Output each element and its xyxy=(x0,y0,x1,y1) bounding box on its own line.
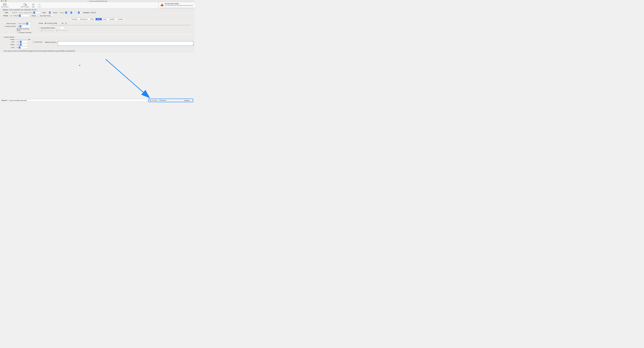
title-row: Title: 1 - 00:00:03 - bounce animation f… xyxy=(0,11,195,14)
quality-label: Quality: xyxy=(39,22,44,24)
film-icon xyxy=(88,0,89,2)
encoder-options-header: Encoder Options xyxy=(4,36,194,38)
duration-value: 00:00:03 xyxy=(90,12,96,13)
close-icon[interactable] xyxy=(1,0,2,2)
pause-button[interactable]: Pause xyxy=(38,3,41,7)
path-folder[interactable]: Movies xyxy=(160,100,166,101)
add-to-queue-button[interactable]: Add To Queue xyxy=(21,3,29,7)
duration-label: Duration: xyxy=(83,12,90,13)
folder-icon xyxy=(160,100,161,101)
svg-marker-10 xyxy=(33,4,34,5)
level-select[interactable]: 4.0 xyxy=(16,46,28,49)
tabs-panel: Summary Dimensions Filters Video Audio S… xyxy=(0,17,195,20)
encoder-options: Encoder Options Preset: fast Tune: none … xyxy=(0,35,195,49)
range-label: Range: xyxy=(53,12,58,13)
svg-point-11 xyxy=(38,3,40,6)
enc-preset-label: Preset: xyxy=(4,39,16,40)
minimize-icon[interactable] xyxy=(3,0,4,2)
range-to-select[interactable]: 1 xyxy=(76,11,81,14)
tab-audio[interactable]: Audio xyxy=(102,18,108,20)
encoder-select[interactable]: H.264 (x264) xyxy=(17,22,31,25)
destination-box: To: Cam Movies Browse… xyxy=(148,99,193,102)
bottom-bar: Save As: To: Cam Movies Browse… xyxy=(2,99,193,102)
cursor-icon: ➤ xyxy=(79,64,80,66)
rf-value: 22 xyxy=(65,22,67,24)
user-icon xyxy=(152,100,154,101)
notification-message: Your encode bounce animation final.mp4 i… xyxy=(165,5,193,6)
add-to-queue-label: Add To Queue xyxy=(21,6,29,7)
title-select[interactable]: 1 - 00:00:03 - bounce animation final xyxy=(9,11,40,14)
notification[interactable]: Put down that cocktail… Your encode boun… xyxy=(159,2,195,8)
notification-body: Put down that cocktail… Your encode boun… xyxy=(165,3,193,7)
preset-label: Preset: xyxy=(1,15,8,16)
fast-decode-checkbox[interactable]: Fast Decode xyxy=(32,41,42,43)
turbo-first-pass-checkbox: Turbo first pass xyxy=(56,29,68,31)
title-label: Title: xyxy=(1,12,8,13)
tab-filters[interactable]: Filters xyxy=(89,18,96,20)
profile-select[interactable]: main xyxy=(16,43,28,46)
notification-icon xyxy=(160,3,164,7)
chevron-right-icon xyxy=(158,100,159,101)
svg-rect-13 xyxy=(40,4,40,5)
to-label: To: xyxy=(150,100,152,101)
additional-options-field[interactable] xyxy=(58,41,194,46)
fps-label: Framerate (FPS): xyxy=(4,26,17,27)
svg-rect-16 xyxy=(162,3,162,5)
angle-select[interactable]: 1 xyxy=(47,11,50,14)
save-as-label: Save As: xyxy=(2,100,8,101)
angle-label: Angle: xyxy=(42,12,46,13)
level-label: Level: xyxy=(4,47,16,48)
preset-row: Preset: Fast 1080p30 Reload Save New Pre… xyxy=(0,14,195,17)
avg-bitrate-field[interactable] xyxy=(56,27,64,29)
avg-bitrate-radio[interactable]: Average Bitrate (kbps): xyxy=(39,27,55,29)
enc-preset-speed: fast xyxy=(28,39,30,40)
range-sep: – xyxy=(74,12,75,13)
save-new-preset-button[interactable]: Save New Preset… xyxy=(38,14,54,17)
range-mode-select[interactable]: Chapters xyxy=(58,11,68,14)
reload-button[interactable]: Reload xyxy=(30,14,38,17)
tab-dimensions[interactable]: Dimensions xyxy=(79,18,89,20)
tab-chapters[interactable]: Chapters xyxy=(116,18,125,20)
preset-select[interactable]: Fast 1080p30 xyxy=(9,14,29,17)
constant-framerate-radio[interactable]: Constant Framerate xyxy=(17,32,32,33)
tab-subtitles[interactable]: Subtitles xyxy=(108,18,116,20)
pause-label: Pause xyxy=(38,6,41,7)
source-value: bounce animation final, 1920x1080, 30 FP… xyxy=(9,9,36,10)
source-label: Source: xyxy=(1,9,8,10)
profile-label: Profile: xyxy=(4,44,16,45)
quality-slider[interactable] xyxy=(49,25,191,25)
fps-select[interactable]: 30 xyxy=(17,25,31,27)
start-label: Start xyxy=(32,6,35,7)
tune-select[interactable]: none xyxy=(16,41,28,43)
enc-preset-slider[interactable] xyxy=(16,39,27,40)
path-user[interactable]: Cam xyxy=(152,100,157,101)
two-pass-checkbox: 2-pass encoding xyxy=(41,29,54,31)
svg-line-18 xyxy=(106,59,148,96)
encoder-label: Video Encoder: xyxy=(4,23,17,24)
open-source-label: Open Source xyxy=(1,6,9,7)
peak-framerate-radio[interactable]: Peak Framerate (VFR) xyxy=(17,28,32,31)
traffic-lights xyxy=(1,0,6,2)
rf-label: RF: xyxy=(62,22,64,24)
svg-rect-12 xyxy=(39,4,39,5)
start-button[interactable]: Start xyxy=(32,3,35,7)
window-title: bounce animation final.mp4 xyxy=(88,0,107,2)
svg-rect-2 xyxy=(3,3,6,5)
tab-video[interactable]: Video xyxy=(96,18,102,20)
additional-options-label: Additional Options: xyxy=(45,41,57,46)
tune-label: Tune: xyxy=(4,41,16,43)
unparse-text: x264 Unparse: level=4.0:ref=2:8x8dct=0:w… xyxy=(0,49,195,53)
notification-title: Put down that cocktail… xyxy=(165,3,193,5)
open-source-button[interactable]: Open Source xyxy=(1,3,9,7)
source-row: Source: bounce animation final, 1920x108… xyxy=(0,8,195,11)
constant-quality-radio[interactable]: Constant Quality xyxy=(45,22,57,24)
tabs: Summary Dimensions Filters Video Audio S… xyxy=(70,18,125,20)
svg-rect-1 xyxy=(88,1,89,2)
zoom-icon[interactable] xyxy=(5,0,6,2)
video-panel: Video Encoder: H.264 (x264) Framerate (F… xyxy=(0,20,195,34)
range-from-select[interactable]: 1 xyxy=(68,11,74,14)
tab-summary[interactable]: Summary xyxy=(70,18,79,20)
save-as-field[interactable] xyxy=(8,99,147,101)
browse-button[interactable]: Browse… xyxy=(183,99,192,101)
